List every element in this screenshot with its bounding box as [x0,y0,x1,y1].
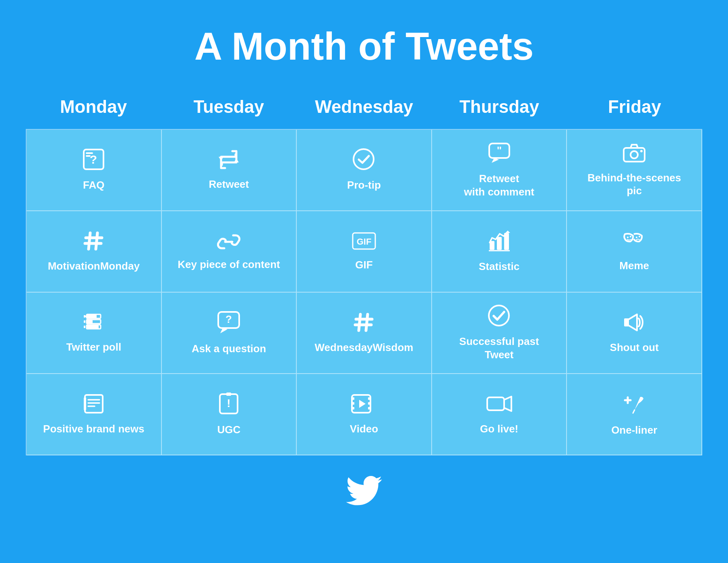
day-friday: Friday [567,89,702,129]
svg-point-27 [636,237,637,238]
svg-marker-24 [505,231,510,233]
gif-label: GIF [355,258,372,272]
wednesday-wisdom-label: WednesdayWisdom [315,341,414,354]
svg-point-25 [627,237,629,238]
camera-icon [623,143,646,166]
svg-text:?: ? [90,153,97,166]
day-tuesday: Tuesday [161,89,296,129]
cell-wednesday-wisdom: WednesdayWisdom [297,293,432,374]
svg-rect-65 [487,397,504,410]
cell-protip: Pro-tip [297,130,432,211]
day-headers: Monday Tuesday Wednesday Thursday Friday [26,89,702,129]
hashtag-monday-icon [83,231,104,255]
cell-retweet: Retweet [162,130,297,211]
retweet-comment-icon: " [488,142,511,167]
svg-line-44 [366,314,368,330]
svg-line-14 [96,233,97,249]
cell-behind-scenes: Behind-the-scenespic [567,130,702,211]
newspaper-icon [83,393,105,418]
megaphone-icon [622,312,647,336]
svg-rect-61 [368,397,370,400]
svg-point-12 [640,150,643,152]
svg-line-67 [633,410,635,413]
svg-rect-58 [352,397,354,400]
svg-rect-34 [84,320,85,323]
cell-one-liner: One-liner [567,374,702,455]
retweet-comment-label: Retweetwith comment [464,172,534,198]
retweet-icon [217,150,240,173]
cell-shout-out: Shout out [567,293,702,374]
successful-tweet-label: Successful pastTweet [459,335,539,361]
protip-icon [353,148,375,174]
svg-text:": " [496,144,501,156]
faq-label: FAQ [83,179,104,192]
svg-rect-55 [226,393,231,396]
svg-rect-62 [368,402,370,405]
svg-point-6 [354,149,374,169]
gif-icon: GIF [352,232,376,253]
cell-successful-tweet: Successful pastTweet [432,293,567,374]
day-thursday: Thursday [432,89,567,129]
cell-ugc: ! UGC [162,374,297,455]
cell-retweet-comment: " Retweetwith comment [432,130,567,211]
svg-rect-36 [87,320,93,324]
cell-faq: ? FAQ [27,130,162,211]
link-icon [217,232,240,253]
cell-brand-news: Positive brand news [27,374,162,455]
svg-text:!: ! [227,397,231,409]
day-monday: Monday [26,89,161,129]
one-liner-label: One-liner [611,424,657,437]
svg-rect-3 [86,155,91,157]
svg-point-11 [631,151,638,158]
hashtag-wednesday-icon [354,312,374,336]
svg-marker-5 [219,157,223,161]
cell-statistic: Statistic [432,211,567,293]
svg-rect-2 [86,152,93,154]
shout-out-label: Shout out [610,341,659,354]
chart-icon [488,230,511,255]
cell-motivation-monday: MotivationMonday [27,211,162,293]
page-title: A Month of Tweets [194,24,534,69]
brand-news-label: Positive brand news [43,422,144,436]
statistic-label: Statistic [479,260,519,273]
svg-rect-49 [85,395,103,413]
poll-icon [83,312,105,336]
ask-question-label: Ask a question [192,342,266,355]
question-bubble-icon: ? [217,311,240,337]
svg-text:?: ? [225,313,232,325]
svg-rect-59 [352,402,354,405]
svg-point-26 [630,236,631,237]
ugc-label: UGC [217,423,241,436]
svg-marker-4 [234,158,239,162]
calendar-wrapper: Monday Tuesday Wednesday Thursday Friday… [26,89,702,455]
behind-scenes-label: Behind-the-scenespic [587,171,681,197]
svg-rect-48 [625,319,629,326]
svg-rect-31 [84,315,85,318]
svg-rect-39 [87,325,99,329]
cell-video: Video [297,374,432,455]
masks-icon [622,231,647,254]
svg-rect-21 [497,237,502,250]
live-camera-icon [486,393,512,418]
protip-label: Pro-tip [347,179,381,192]
meme-label: Meme [619,259,649,272]
svg-line-13 [89,233,90,249]
svg-rect-37 [84,326,85,328]
svg-rect-53 [84,397,86,410]
twitter-footer [346,476,382,506]
faq-icon: ? [83,148,105,174]
grid-table: ? FAQ Retweet [26,129,702,455]
cell-gif: GIF GIF [297,211,432,293]
svg-marker-66 [504,397,511,411]
video-icon [351,393,377,418]
cell-go-live: Go live! [432,374,567,455]
go-live-label: Go live! [480,422,518,436]
svg-text:GIF: GIF [357,237,372,247]
motivation-monday-label: MotivationMonday [48,260,140,273]
retweet-label: Retweet [209,178,249,191]
ugc-icon: ! [218,393,239,418]
pen-plus-icon [623,392,646,419]
svg-rect-63 [368,407,370,409]
twitter-poll-label: Twitter poll [66,341,121,354]
svg-rect-33 [87,314,97,318]
